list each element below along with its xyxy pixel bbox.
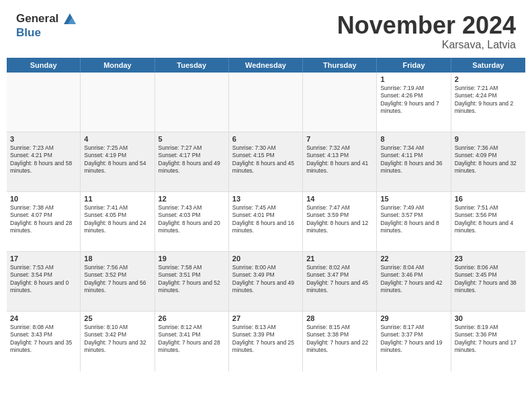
cell-w1-d1: 4 Sunrise: 7:25 AMSunset: 4:19 PMDayligh… (81, 132, 154, 191)
week-row-2: 10 Sunrise: 7:38 AMSunset: 4:07 PMDaylig… (7, 192, 525, 252)
day-detail: Sunrise: 7:19 AMSunset: 4:26 PMDaylight:… (380, 85, 439, 114)
day-number: 28 (306, 314, 373, 322)
day-number: 8 (380, 135, 447, 143)
day-detail: Sunrise: 7:47 AMSunset: 3:59 PMDaylight:… (306, 204, 368, 234)
calendar-header: Sunday Monday Tuesday Wednesday Thursday… (7, 58, 525, 73)
day-number: 2 (455, 75, 522, 83)
title-section: November 2024 Karsava, Latvia (337, 12, 516, 51)
day-detail: Sunrise: 7:30 AMSunset: 4:15 PMDaylight:… (232, 144, 294, 174)
cell-w4-d2: 26 Sunrise: 8:12 AMSunset: 3:41 PMDaylig… (155, 312, 229, 371)
cell-w2-d6: 16 Sunrise: 7:51 AMSunset: 3:56 PMDaylig… (451, 192, 525, 251)
day-number: 9 (455, 135, 522, 143)
day-number: 7 (306, 135, 373, 143)
day-number: 11 (84, 195, 150, 203)
month-title: November 2024 (337, 12, 516, 39)
cell-w2-d2: 12 Sunrise: 7:43 AMSunset: 4:03 PMDaylig… (155, 192, 229, 251)
day-number: 20 (232, 255, 299, 263)
logo-text: General Blue (16, 12, 78, 40)
day-detail: Sunrise: 7:34 AMSunset: 4:11 PMDaylight:… (380, 144, 442, 174)
week-row-4: 24 Sunrise: 8:08 AMSunset: 3:43 PMDaylig… (7, 312, 525, 371)
day-number: 27 (232, 314, 299, 322)
day-number: 23 (455, 255, 522, 263)
header-saturday: Saturday (451, 58, 525, 73)
day-detail: Sunrise: 8:06 AMSunset: 3:45 PMDaylight:… (455, 264, 517, 293)
day-detail: Sunrise: 7:53 AMSunset: 3:54 PMDaylight:… (10, 264, 69, 293)
day-number: 14 (306, 195, 373, 203)
cell-w1-d2: 5 Sunrise: 7:27 AMSunset: 4:17 PMDayligh… (155, 132, 229, 191)
day-detail: Sunrise: 7:58 AMSunset: 3:51 PMDaylight:… (159, 264, 220, 293)
day-number: 29 (380, 314, 447, 322)
cell-w2-d0: 10 Sunrise: 7:38 AMSunset: 4:07 PMDaylig… (7, 192, 81, 251)
location-text: Karsava, Latvia (337, 39, 516, 51)
day-number: 12 (159, 195, 225, 203)
header-sunday: Sunday (7, 58, 81, 73)
day-detail: Sunrise: 7:23 AMSunset: 4:21 PMDaylight:… (10, 144, 72, 174)
day-number: 15 (380, 195, 447, 203)
day-number: 16 (455, 195, 522, 203)
cell-w4-d6: 30 Sunrise: 8:19 AMSunset: 3:36 PMDaylig… (451, 312, 525, 371)
cell-w1-d6: 9 Sunrise: 7:36 AMSunset: 4:09 PMDayligh… (451, 132, 525, 191)
cell-w0-d2 (155, 73, 229, 132)
header-tuesday: Tuesday (155, 58, 229, 73)
cell-w4-d0: 24 Sunrise: 8:08 AMSunset: 3:43 PMDaylig… (7, 312, 81, 371)
cell-w2-d5: 15 Sunrise: 7:49 AMSunset: 3:57 PMDaylig… (377, 192, 451, 251)
header-monday: Monday (81, 58, 154, 73)
day-detail: Sunrise: 8:04 AMSunset: 3:46 PMDaylight:… (380, 264, 442, 293)
cell-w3-d0: 17 Sunrise: 7:53 AMSunset: 3:54 PMDaylig… (7, 252, 81, 311)
day-number: 24 (10, 314, 77, 322)
cell-w0-d3 (229, 73, 303, 132)
day-number: 1 (380, 75, 447, 83)
day-number: 19 (159, 255, 225, 263)
page-header: General Blue November 2024 Karsava, Latv… (0, 0, 532, 58)
day-detail: Sunrise: 8:17 AMSunset: 3:37 PMDaylight:… (380, 324, 442, 353)
day-detail: Sunrise: 7:51 AMSunset: 3:56 PMDaylight:… (455, 204, 513, 234)
header-wednesday: Wednesday (229, 58, 303, 73)
cell-w1-d5: 8 Sunrise: 7:34 AMSunset: 4:11 PMDayligh… (377, 132, 451, 191)
day-detail: Sunrise: 8:02 AMSunset: 3:47 PMDaylight:… (306, 264, 368, 293)
day-number: 17 (10, 255, 77, 263)
cell-w4-d5: 29 Sunrise: 8:17 AMSunset: 3:37 PMDaylig… (377, 312, 451, 371)
day-detail: Sunrise: 8:13 AMSunset: 3:39 PMDaylight:… (232, 324, 294, 353)
page-container: General Blue November 2024 Karsava, Latv… (0, 0, 532, 371)
cell-w3-d4: 21 Sunrise: 8:02 AMSunset: 3:47 PMDaylig… (303, 252, 377, 311)
cell-w4-d4: 28 Sunrise: 8:15 AMSunset: 3:38 PMDaylig… (303, 312, 377, 371)
day-detail: Sunrise: 7:27 AMSunset: 4:17 PMDaylight:… (159, 144, 220, 174)
day-number: 10 (10, 195, 77, 203)
day-detail: Sunrise: 8:19 AMSunset: 3:36 PMDaylight:… (455, 324, 517, 353)
logo: General Blue (16, 12, 78, 40)
cell-w3-d1: 18 Sunrise: 7:56 AMSunset: 3:52 PMDaylig… (81, 252, 154, 311)
day-detail: Sunrise: 7:36 AMSunset: 4:09 PMDaylight:… (455, 144, 517, 174)
day-detail: Sunrise: 7:41 AMSunset: 4:05 PMDaylight:… (84, 204, 146, 234)
cell-w1-d3: 6 Sunrise: 7:30 AMSunset: 4:15 PMDayligh… (229, 132, 303, 191)
day-number: 25 (84, 314, 150, 322)
cell-w3-d3: 20 Sunrise: 8:00 AMSunset: 3:49 PMDaylig… (229, 252, 303, 311)
day-detail: Sunrise: 7:56 AMSunset: 3:52 PMDaylight:… (84, 264, 146, 293)
day-number: 13 (232, 195, 299, 203)
day-detail: Sunrise: 8:15 AMSunset: 3:38 PMDaylight:… (306, 324, 368, 353)
day-detail: Sunrise: 7:49 AMSunset: 3:57 PMDaylight:… (380, 204, 439, 234)
day-detail: Sunrise: 8:10 AMSunset: 3:42 PMDaylight:… (84, 324, 146, 353)
day-number: 5 (159, 135, 225, 143)
day-number: 4 (84, 135, 150, 143)
cell-w0-d5: 1 Sunrise: 7:19 AMSunset: 4:26 PMDayligh… (377, 73, 451, 132)
day-number: 21 (306, 255, 373, 263)
day-number: 22 (380, 255, 447, 263)
day-number: 6 (232, 135, 299, 143)
day-detail: Sunrise: 8:12 AMSunset: 3:41 PMDaylight:… (159, 324, 220, 353)
day-detail: Sunrise: 7:45 AMSunset: 4:01 PMDaylight:… (232, 204, 294, 234)
week-row-1: 3 Sunrise: 7:23 AMSunset: 4:21 PMDayligh… (7, 132, 525, 192)
calendar-body: 1 Sunrise: 7:19 AMSunset: 4:26 PMDayligh… (7, 73, 525, 371)
header-friday: Friday (377, 58, 451, 73)
cell-w2-d1: 11 Sunrise: 7:41 AMSunset: 4:05 PMDaylig… (81, 192, 154, 251)
day-number: 3 (10, 135, 77, 143)
logo-general-text: General (16, 12, 58, 25)
cell-w1-d4: 7 Sunrise: 7:32 AMSunset: 4:13 PMDayligh… (303, 132, 377, 191)
day-detail: Sunrise: 7:21 AMSunset: 4:24 PMDaylight:… (455, 85, 513, 114)
day-number: 30 (455, 314, 522, 322)
logo-blue-text: Blue (16, 26, 41, 39)
day-number: 18 (84, 255, 150, 263)
cell-w3-d5: 22 Sunrise: 8:04 AMSunset: 3:46 PMDaylig… (377, 252, 451, 311)
cell-w3-d2: 19 Sunrise: 7:58 AMSunset: 3:51 PMDaylig… (155, 252, 229, 311)
day-number: 26 (159, 314, 225, 322)
cell-w2-d4: 14 Sunrise: 7:47 AMSunset: 3:59 PMDaylig… (303, 192, 377, 251)
